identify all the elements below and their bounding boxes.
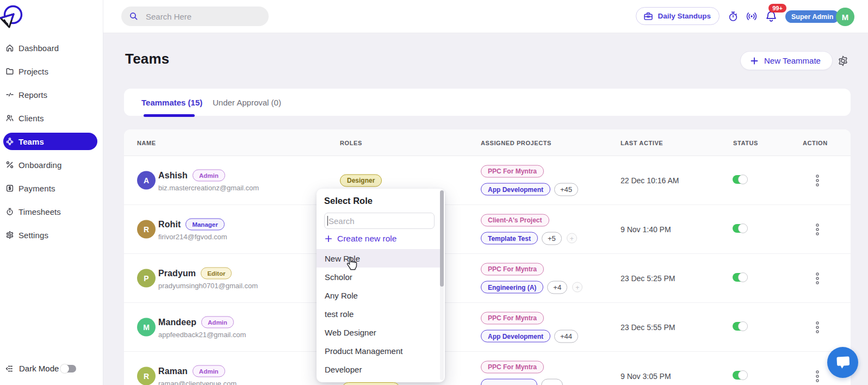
sidebar-item-projects[interactable]: Projects (0, 63, 103, 80)
tab-under-approval[interactable]: Under Approval (0) (213, 89, 281, 116)
column-header-assigned-projects: ASSIGNED PROJECTS (481, 129, 551, 156)
sidebar-item-clients[interactable]: Clients (0, 109, 103, 127)
row-actions-kebab[interactable] (815, 272, 820, 285)
kebab-menu-icon (815, 321, 820, 334)
collapse-menu-icon (5, 364, 14, 373)
sidebar-item-label: Timesheets (18, 207, 61, 216)
name-cell: R Raman Admin raman@clientvenue.com (137, 365, 237, 385)
row-actions-kebab[interactable] (815, 321, 820, 334)
sidebar-item-payments[interactable]: Payments (0, 179, 103, 197)
more-projects-chip[interactable]: +45 (554, 183, 578, 196)
add-project-button[interactable]: + (567, 233, 577, 244)
status-cell (733, 322, 747, 333)
access-badge: Admin (193, 365, 225, 377)
plus-icon (325, 235, 332, 243)
role-badge: Super Admin (785, 10, 839, 23)
column-header-roles: ROLES (340, 129, 362, 156)
plus-icon (750, 57, 759, 65)
sidebar-item-label: Clients (18, 114, 44, 123)
project-chip: PPC For Myntra (481, 263, 544, 275)
status-toggle[interactable] (733, 322, 747, 331)
status-toggle[interactable] (733, 273, 747, 282)
role-option-any-role[interactable]: Any Role (317, 286, 441, 305)
access-badge: Admin (193, 169, 225, 181)
projects-cell: Client-A's ProjectTemplate Test+5+ (481, 214, 577, 245)
teammate-row-ashish: A Ashish Admin biz.mastercreationz@gmail… (124, 156, 851, 205)
sidebar-item-label: Projects (18, 67, 48, 76)
teammate-name: Ashish (158, 170, 188, 180)
role-option-product-management[interactable]: Product Management (317, 341, 441, 360)
chat-launcher-button[interactable] (827, 347, 858, 378)
column-header-action: ACTION (803, 129, 828, 156)
sidebar-item-label: Payments (18, 184, 55, 193)
dropdown-scrollbar[interactable] (440, 190, 444, 380)
user-avatar[interactable]: M (836, 8, 854, 26)
role-chip[interactable]: Designer (340, 174, 382, 187)
sidebar-item-teams[interactable]: Teams (3, 133, 97, 150)
role-option-developer[interactable]: Developer (317, 360, 441, 378)
dark-mode-label: Dark Mode (19, 364, 59, 373)
access-badge: Admin (201, 316, 234, 328)
kebab-menu-icon (815, 174, 820, 187)
search-icon (129, 11, 139, 21)
teammate-row-rohit: R Rohit Manager firivor214@fgvod.com Cli… (124, 205, 851, 254)
sidebar-item-dashboard[interactable]: Dashboard (0, 39, 103, 57)
column-header-name: NAME (137, 129, 156, 156)
create-new-role-button[interactable]: Create new role (325, 234, 396, 244)
role-option-test-role[interactable]: test role (317, 305, 441, 323)
column-header-status: STATUS (733, 129, 758, 156)
timer-icon[interactable] (727, 10, 739, 22)
tab-teammates[interactable]: Teammates (15) (141, 89, 202, 116)
sidebar-item-timesheets[interactable]: Timesheets (0, 203, 103, 220)
row-actions-kebab[interactable] (815, 370, 820, 383)
role-option-scholor[interactable]: Scholor (317, 268, 441, 286)
kebab-menu-icon (815, 370, 820, 383)
access-badge: Manager (185, 218, 224, 230)
chat-bubble-icon (835, 355, 851, 370)
daily-standups-button[interactable]: Daily Standups (636, 7, 720, 25)
role-option-new-role[interactable]: New Role (317, 249, 441, 268)
sidebar-item-settings[interactable]: Settings (0, 226, 103, 244)
more-projects-chip[interactable]: +4 (547, 281, 567, 294)
dropdown-scrollbar-thumb[interactable] (440, 190, 444, 287)
row-actions-kebab[interactable] (815, 223, 820, 236)
dark-mode-toggle-knob (60, 364, 69, 373)
sidebar-item-label: Reports (18, 90, 47, 100)
status-toggle[interactable] (733, 224, 747, 233)
project-chip: App Development (481, 183, 550, 196)
sidebar-item-onboarding[interactable]: Onboarding (0, 156, 103, 173)
project-chip: Engineering (A) (481, 281, 543, 294)
sidebar-item-label: Settings (18, 231, 48, 240)
role-search-placeholder: Search (328, 216, 355, 226)
status-toggle[interactable] (733, 175, 747, 184)
tabs-bar: Teammates (15) Under Approval (0) (124, 89, 851, 116)
route-icon (5, 160, 14, 169)
row-actions-kebab[interactable] (815, 174, 820, 187)
new-teammate-button[interactable]: New Teammate (740, 51, 833, 70)
status-toggle[interactable] (733, 371, 747, 380)
sidebar-item-reports[interactable]: Reports (0, 86, 103, 103)
more-projects-chip[interactable]: +5 (542, 232, 562, 245)
teammate-row-mandeep: M Mandeep Admin appfeedback21@gmail.com … (124, 303, 851, 352)
project-chip (481, 379, 537, 385)
broadcast-icon[interactable] (746, 10, 758, 22)
add-project-button[interactable]: + (572, 282, 582, 293)
status-toggle-knob (738, 370, 748, 380)
create-new-role-label: Create new role (337, 234, 396, 244)
teammate-name: Mandeep (158, 317, 196, 327)
more-projects-chip[interactable]: +44 (554, 330, 578, 343)
status-toggle-knob (738, 272, 748, 282)
home-icon (5, 44, 14, 52)
dark-mode-toggle[interactable] (61, 365, 76, 372)
table-body: A Ashish Admin biz.mastercreationz@gmail… (124, 156, 851, 385)
role-search-input[interactable]: Search (324, 213, 435, 229)
table-settings-gear-icon[interactable] (837, 55, 849, 67)
role-option-web-designer[interactable]: Web Designer (317, 323, 441, 341)
more-projects-chip[interactable] (541, 378, 563, 385)
stopwatch-icon (5, 207, 14, 216)
clientvenue-logo (0, 1, 30, 32)
global-search-input[interactable]: Search Here (121, 7, 269, 26)
role-options-list: New RoleScholorAny Roletest roleWeb Desi… (317, 249, 441, 378)
projects-cell: PPC For MyntraApp Development+44 (481, 312, 578, 343)
new-teammate-label: New Teammate (764, 56, 821, 65)
